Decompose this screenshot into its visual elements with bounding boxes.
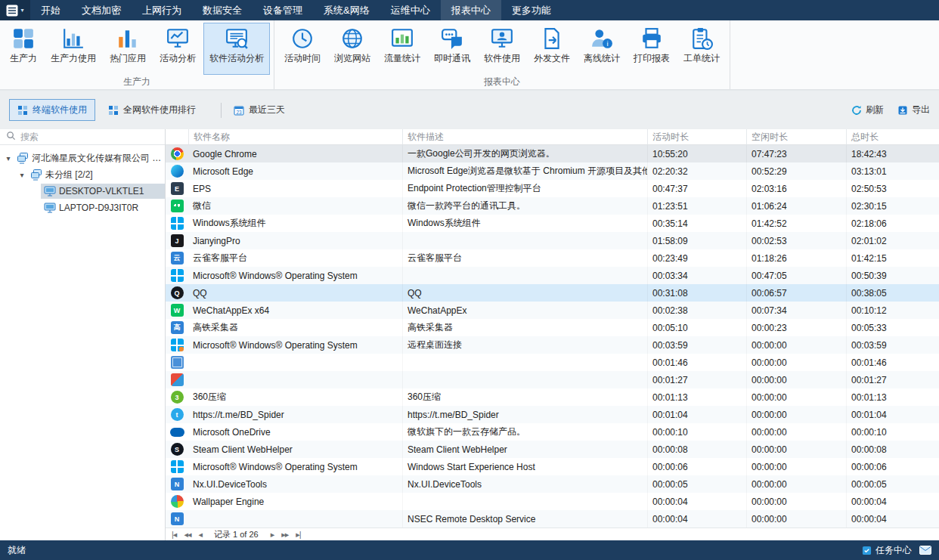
- table-row[interactable]: 微信微信一款跨平台的通讯工具。01:23:5101:06:2402:30:15: [166, 197, 939, 215]
- ribbon-item[interactable]: 浏览网站: [328, 23, 377, 75]
- software-desc-cell: 远程桌面连接: [402, 336, 647, 354]
- table-row[interactable]: NNSEC Remote Desktop Service00:00:0400:0…: [166, 510, 939, 528]
- table-row[interactable]: Microsoft EdgeMicrosoft Edge浏览器是微软基于 Chr…: [166, 162, 939, 180]
- menu-item[interactable]: 系统&网络: [313, 0, 380, 20]
- active-duration-cell: 01:23:51: [647, 197, 746, 215]
- software-name-cell: Microsoft Edge: [188, 166, 402, 177]
- export-button[interactable]: 导出: [897, 104, 930, 116]
- menu-item[interactable]: 更多功能: [501, 0, 562, 20]
- task-center-icon: [862, 546, 872, 555]
- total-duration-cell: 02:18:06: [846, 215, 939, 232]
- ribbon-item[interactable]: 工单统计: [677, 23, 726, 75]
- tree-item[interactable]: ▾河北瀚星辰文化传媒有限公司 [2/2]: [0, 150, 165, 166]
- app-menu-icon[interactable]: ▾: [0, 0, 30, 20]
- table-row[interactable]: QQQQQ00:31:0800:06:5700:38:05: [166, 284, 939, 302]
- message-icon[interactable]: [919, 546, 931, 555]
- table-row[interactable]: Microsoft® Windows® Operating System00:0…: [166, 267, 939, 284]
- software-desc-cell: 微信一款跨平台的通讯工具。: [402, 197, 647, 215]
- expander-icon[interactable]: ▾: [17, 171, 27, 179]
- prev-group-button[interactable]: ◂◂: [184, 530, 191, 540]
- table-row[interactable]: 云云雀客服平台云雀客服平台00:23:4901:18:2601:42:15: [166, 249, 939, 267]
- idle-duration-cell: 00:00:00: [746, 354, 846, 371]
- table-row[interactable]: WWeChatAppEx x64WeChatAppEx00:02:3800:07…: [166, 302, 939, 319]
- table-row[interactable]: Microsoft® Windows® Operating SystemWind…: [166, 458, 939, 475]
- column-header-desc[interactable]: 软件描述: [402, 129, 647, 144]
- idle-duration-cell: 00:00:00: [746, 510, 846, 528]
- table-row[interactable]: Microsoft® Windows® Operating System远程桌面…: [166, 336, 939, 354]
- ribbon-item[interactable]: 生产力: [4, 23, 43, 75]
- first-page-button[interactable]: |◂: [172, 530, 176, 540]
- sidebar: ▾河北瀚星辰文化传媒有限公司 [2/2]▾未分组 [2/2]DESKTOP-VL…: [0, 129, 166, 540]
- ribbon-item[interactable]: 热门应用: [104, 23, 152, 75]
- software-desc-cell: 一款Google公司开发的网页浏览器。: [402, 145, 647, 162]
- ribbon-item[interactable]: 生产力使用: [45, 23, 102, 75]
- table-row[interactable]: JJianyingPro01:58:0900:02:5302:01:02: [166, 232, 939, 249]
- traffic-icon: [391, 27, 414, 50]
- ribbon: 生产力生产力使用热门应用活动分析软件活动分析生产力活动时间浏览网站流量统计即时通…: [0, 20, 939, 90]
- ribbon-group-label: 报表中心: [277, 76, 727, 89]
- prev-page-button[interactable]: ◂: [198, 530, 202, 540]
- software-name-cell: 微信: [188, 200, 402, 212]
- task-center-label: 任务中心: [875, 544, 912, 557]
- tree-item[interactable]: LAPTOP-D9J3IT0R: [0, 200, 165, 216]
- nsec-icon: N: [171, 512, 184, 525]
- menu-item[interactable]: 设备管理: [253, 0, 313, 20]
- table-row[interactable]: 高高铁采集器高铁采集器00:05:1000:00:2300:05:33: [166, 319, 939, 336]
- menu-item[interactable]: 数据安全: [192, 0, 253, 20]
- total-duration-cell: 00:00:10: [846, 423, 939, 441]
- column-header-idle[interactable]: 空闲时长: [746, 129, 846, 144]
- next-page-button[interactable]: ▸: [271, 530, 274, 540]
- tab[interactable]: 全网软件使用排行: [100, 99, 204, 121]
- table-row[interactable]: EEPSEndpoint Protection管理控制平台00:47:3702:…: [166, 180, 939, 197]
- monitor-user-icon: [491, 27, 513, 50]
- ribbon-item[interactable]: 软件使用: [478, 23, 526, 75]
- wallpaper-icon: [171, 495, 184, 508]
- ribbon-item[interactable]: 活动分析: [153, 23, 202, 75]
- last-page-button[interactable]: ▸|: [296, 530, 300, 540]
- software-name-cell: EPS: [188, 184, 402, 194]
- grid-icon: [12, 27, 35, 50]
- search-input[interactable]: [20, 131, 159, 142]
- ribbon-item[interactable]: 打印报表: [628, 23, 676, 75]
- table-row[interactable]: Wallpaper Engine00:00:0400:00:0000:00:04: [166, 493, 939, 510]
- date-filter[interactable]: 23 最近三天: [234, 104, 285, 116]
- ribbon-item[interactable]: i离线统计: [578, 23, 626, 75]
- next-group-button[interactable]: ▸▸: [281, 530, 288, 540]
- tree-item[interactable]: DESKTOP-VLKTLE1: [0, 183, 165, 200]
- column-header-name[interactable]: 软件名称: [188, 129, 402, 144]
- refresh-button[interactable]: 刷新: [851, 104, 884, 116]
- task-center-button[interactable]: 任务中心: [862, 544, 912, 557]
- table-row[interactable]: Windows系统组件Windows系统组件00:35:1401:42:5202…: [166, 215, 939, 232]
- software-desc-cell: QQ: [402, 284, 647, 302]
- menu-item[interactable]: 上网行为: [132, 0, 192, 20]
- column-header-active[interactable]: 活动时长: [647, 129, 746, 144]
- ribbon-item-label: 软件使用: [484, 52, 520, 65]
- ribbon-item[interactable]: 外发文件: [528, 23, 576, 75]
- table-row[interactable]: Microsoft OneDrive微软旗下的一款云存储产品。00:00:100…: [166, 423, 939, 441]
- monitors-icon: [17, 152, 29, 164]
- menu-item[interactable]: 报表中心: [441, 0, 501, 20]
- menu-item[interactable]: 运维中心: [380, 0, 441, 20]
- menu-bar: ▾ 开始文档加密上网行为数据安全设备管理系统&网络运维中心报表中心更多功能: [0, 0, 939, 20]
- table-row[interactable]: SSteam Client WebHelperSteam Client WebH…: [166, 441, 939, 458]
- ribbon-item[interactable]: 即时通讯: [428, 23, 476, 75]
- table-row[interactable]: 00:01:4600:00:0000:01:46: [166, 354, 939, 371]
- ribbon-item[interactable]: 活动时间: [278, 23, 327, 75]
- table-row[interactable]: 3360压缩360压缩00:01:1300:00:0000:01:13: [166, 388, 939, 406]
- software-desc-cell: [402, 232, 647, 249]
- table-row[interactable]: Google Chrome一款Google公司开发的网页浏览器。10:55:20…: [166, 145, 939, 162]
- ribbon-item[interactable]: 软件活动分析: [203, 23, 270, 75]
- tab[interactable]: 终端软件使用: [9, 99, 95, 121]
- menu-item[interactable]: 开始: [30, 0, 71, 20]
- column-header-total[interactable]: 总时长: [846, 129, 939, 144]
- table-row[interactable]: thttps://t.me/BD_Spiderhttps://t.me/BD_S…: [166, 406, 939, 423]
- active-duration-cell: 00:47:37: [647, 180, 746, 197]
- ribbon-item[interactable]: 流量统计: [378, 23, 426, 75]
- expander-icon[interactable]: ▾: [3, 154, 14, 162]
- menu-item[interactable]: 文档加密: [71, 0, 132, 20]
- total-duration-cell: 02:01:02: [846, 232, 939, 249]
- table-row[interactable]: 00:01:2700:00:0000:01:27: [166, 371, 939, 388]
- total-duration-cell: 00:00:04: [846, 510, 939, 528]
- tree-item[interactable]: ▾未分组 [2/2]: [0, 166, 165, 183]
- table-row[interactable]: NNx.UI.DeviceToolsNx.UI.DeviceTools00:00…: [166, 475, 939, 493]
